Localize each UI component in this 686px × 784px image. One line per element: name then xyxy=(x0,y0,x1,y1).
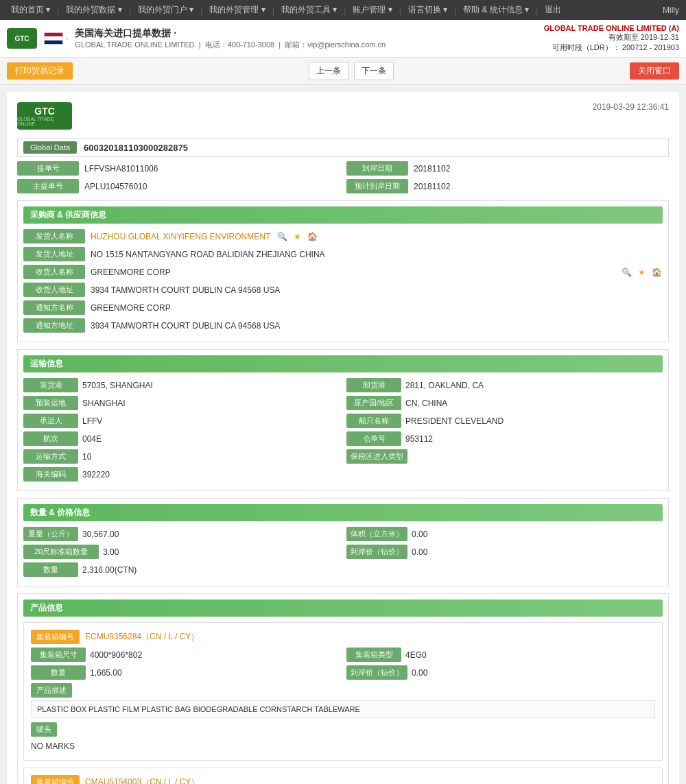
prev-button[interactable]: 上一条 xyxy=(309,62,348,80)
nav-account[interactable]: 账户管理 ▾ xyxy=(348,3,396,17)
close-button[interactable]: 关闭窗口 xyxy=(630,62,679,80)
container1-size-label: 集装箱尺寸 xyxy=(31,648,86,662)
nav-help[interactable]: 帮助 & 统计信息 ▾ xyxy=(459,3,533,17)
subtitle-company: GLOBAL TRADE ONLINE LIMITED xyxy=(75,40,194,49)
master-bill-col: 主提单号 APLU104576010 xyxy=(17,179,340,193)
container1-size-type-row: 集装箱尺寸 4000*906*802 集装箱类型 4EG0 xyxy=(31,648,655,662)
star-icon[interactable]: ★ xyxy=(291,230,303,243)
container1-qty-value: 1,665.00 xyxy=(90,668,122,678)
nav-logout[interactable]: 退出 xyxy=(541,3,565,17)
doc-logo-icon: GTC GLOBAL TRADE ONLINE xyxy=(17,102,72,130)
container-item-2: 集装箱编号 CMAU5154003（CN / L / CY） 集装箱尺寸 400… xyxy=(23,768,663,784)
header-right: GLOBAL TRADE ONLINE LIMITED (A) 有效期至 201… xyxy=(544,24,679,53)
nav-trade-manage[interactable]: 我的外贸管理 ▾ xyxy=(205,3,269,17)
document-container: GTC GLOBAL TRADE ONLINE 2019-03-29 12:36… xyxy=(7,92,679,784)
country-col: 原产国/地区 CN, CHINA xyxy=(346,396,663,410)
product-section: 产品信息 集装箱编号 ECMU9356284（CN / L / CY） 集装箱尺… xyxy=(17,593,669,784)
global-data-row: Global Data 600320181103000282875 xyxy=(17,138,669,157)
consignee-name-row: 收货人名称 GREENMORE CORP 🔍 ★ 🏠 xyxy=(23,265,663,279)
quantity-row: 数量 2,316.00(CTN) xyxy=(23,562,663,577)
shipper-section-title: 采购商 & 供应商信息 xyxy=(23,206,663,224)
transport-section: 运输信息 装货港 57035, SHANGHAI 卸货港 2811, OAKLA… xyxy=(17,349,669,491)
container1-price-col: 到岸价（钻价） 0.00 xyxy=(346,665,655,680)
company-name: GLOBAL TRADE ONLINE LIMITED (A) xyxy=(544,24,679,32)
nav-language[interactable]: 语言切换 ▾ xyxy=(404,3,451,17)
transport-section-title: 运输信息 xyxy=(23,355,663,372)
main-content: GTC GLOBAL TRADE ONLINE 2019-03-29 12:36… xyxy=(0,85,686,784)
notify-address-value: 3934 TAMWORTH COURT DUBLIN CA 94568 USA xyxy=(91,321,663,331)
origin-port-value: 57035, SHANGHAI xyxy=(82,381,153,390)
weight-col: 重量（公斤） 30,567.00 xyxy=(23,527,340,541)
transport-mode-value: 10 xyxy=(82,452,91,462)
master-bill-label: 主提单号 xyxy=(17,179,79,193)
weight-label: 重量（公斤） xyxy=(23,527,78,541)
volume-value: 0.00 xyxy=(412,530,427,539)
shipper-address-label: 发货人地址 xyxy=(23,247,85,261)
notify-address-label: 通知方地址 xyxy=(23,318,85,333)
container1-qty-label: 数量 xyxy=(31,665,86,680)
arrival-date-label: 到岸日期 xyxy=(346,161,408,176)
weight-value: 30,567.00 xyxy=(82,530,119,539)
shipper-address-value: NO 1515 NANTANGYANG ROAD BALIDIAN ZHEJIA… xyxy=(91,250,663,259)
container1-marks-section: 唛头 NO MARKS xyxy=(31,722,655,753)
container1-price-value: 0.00 xyxy=(412,668,427,678)
shipper-section: 采购商 & 供应商信息 发货人名称 HUZHOU GLOBAL XINYIFEN… xyxy=(17,200,669,342)
voyage-col: 航次 004E xyxy=(23,431,340,446)
toolbar-left: 打印贸易记录 xyxy=(7,62,73,80)
logo xyxy=(7,28,37,49)
valid-until: 有效期至 2019-12-31 xyxy=(544,32,679,43)
nav-trade-data[interactable]: 我的外贸数据 ▾ xyxy=(62,3,126,17)
volume-label: 体积（立方米） xyxy=(346,527,407,541)
subtitle-tel: 电话：400-710-3008 xyxy=(205,40,275,49)
us-flag xyxy=(44,32,63,45)
doc-datetime: 2019-03-29 12:36:41 xyxy=(593,102,669,112)
shipper-name-row: 发货人名称 HUZHOU GLOBAL XINYIFENG ENVIRONMEN… xyxy=(23,229,663,243)
warehouse-value: 953112 xyxy=(405,434,433,444)
customs-label: 海关编码 xyxy=(23,467,78,482)
nav-trade-portal[interactable]: 我的外贸门户 ▾ xyxy=(134,3,198,17)
bill-label: 提单号 xyxy=(17,161,79,176)
nav-home[interactable]: 我的首页 ▾ xyxy=(7,3,54,17)
dest-port-label: 卸货港 xyxy=(346,378,401,392)
bill-col: 提单号 LFFVSHA81011006 xyxy=(17,161,340,176)
dest-port-col: 卸货港 2811, OAKLAND, CA xyxy=(346,378,663,392)
container1-price-label: 到岸价（钻价） xyxy=(346,665,407,680)
voyage-warehouse-row: 航次 004E 仓单号 953112 xyxy=(23,431,663,446)
consignee-name-value: GREENMORE CORP xyxy=(91,268,615,277)
container20-col: 20尺标准箱数量 3.00 xyxy=(23,545,340,559)
ldr-info: 可用时段（LDR）： 200712 - 201903 xyxy=(544,43,679,53)
country-label: 原产国/地区 xyxy=(346,396,401,410)
next-button[interactable]: 下一条 xyxy=(354,62,394,80)
container2-badge: 集装箱编号 xyxy=(31,775,80,784)
consignee-star-icon[interactable]: ★ xyxy=(635,266,648,278)
consignee-search-icon[interactable]: 🔍 xyxy=(620,266,632,278)
quantity-section: 数量 & 价格信息 重量（公斤） 30,567.00 体积（立方米） 0.00 … xyxy=(17,498,669,586)
shipper-name-value: HUZHOU GLOBAL XINYIFENG ENVIRONMENT xyxy=(91,232,270,241)
print-button[interactable]: 打印贸易记录 xyxy=(7,62,73,80)
voyage-value: 004E xyxy=(82,434,102,444)
consignee-home-icon[interactable]: 🏠 xyxy=(650,266,663,278)
search-icon[interactable]: 🔍 xyxy=(276,230,288,243)
country-value: CN, CHINA xyxy=(405,399,447,408)
nav-trade-tools[interactable]: 我的外贸工具 ▾ xyxy=(277,3,341,17)
master-bill-value: APLU104576010 xyxy=(84,182,340,191)
notify-name-row: 通知方名称 GREENMORE CORP xyxy=(23,300,663,315)
page-header: · 美国海关进口提单数据 · GLOBAL TRADE ONLINE LIMIT… xyxy=(0,20,686,58)
transport-bonded-row: 运输方式 10 保税区进入类型 xyxy=(23,449,663,464)
estimated-date-label: 预计到岸日期 xyxy=(346,179,408,193)
subtitle-email: 邮箱：vip@pierschina.com.cn xyxy=(285,40,386,49)
shipper-name-label: 发货人名称 xyxy=(23,229,85,243)
consignee-address-row: 收货人地址 3934 TAMWORTH COURT DUBLIN CA 9456… xyxy=(23,283,663,297)
bill-row: 提单号 LFFVSHA81011006 到岸日期 20181102 xyxy=(17,161,669,176)
top-navigation: 我的首页 ▾ | 我的外贸数据 ▾ | 我的外贸门户 ▾ | 我的外贸管理 ▾ … xyxy=(0,0,686,20)
header-title-area: 美国海关进口提单数据 · GLOBAL TRADE ONLINE LIMITED… xyxy=(75,27,386,50)
container1-desc-label: 产品描述 xyxy=(31,683,72,698)
customs-row: 海关编码 392220 xyxy=(23,467,663,482)
container1-badge: 集装箱编号 xyxy=(31,630,80,644)
flag-separator: · xyxy=(66,34,68,43)
home-icon[interactable]: 🏠 xyxy=(306,230,318,243)
arrival-price-label: 到岸价（钻价） xyxy=(346,545,407,559)
doc-logo: GTC GLOBAL TRADE ONLINE xyxy=(17,102,72,130)
carrier-vessel-row: 承运人 LFFV 船只名称 PRESIDENT CLEVELAND xyxy=(23,414,663,428)
user-name: Milly xyxy=(663,5,679,15)
